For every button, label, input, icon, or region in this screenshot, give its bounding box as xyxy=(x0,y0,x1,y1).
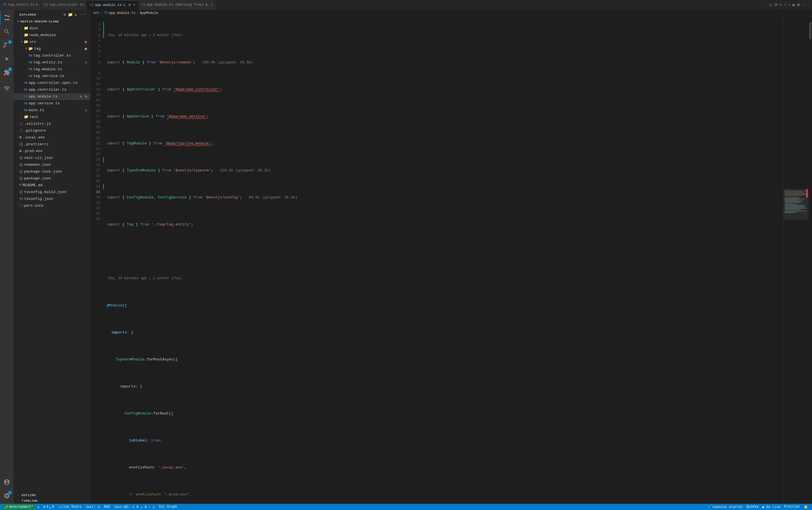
status-jest[interactable]: Jest: ⊘ xyxy=(84,504,101,510)
sidebar-item-tag-controller[interactable]: TS tag.controller.ts xyxy=(13,52,90,59)
sidebar-item-yarn-lock[interactable]: ⬡ yarn.lock xyxy=(13,202,90,209)
sidebar-item-prettierrc[interactable]: {} .prettierrc xyxy=(13,141,90,148)
project-name: NESTJS-MEDIUM-CLONE xyxy=(21,19,59,25)
tab-badge: 3, M xyxy=(123,3,130,7)
ts-icon: TS xyxy=(44,3,48,6)
status-liveshare[interactable]: ↗ Live Share xyxy=(57,504,83,510)
breadcrumb-file[interactable]: app.module.ts xyxy=(109,11,136,15)
status-notifications[interactable]: 🔔 xyxy=(802,504,810,510)
svg-rect-28 xyxy=(806,189,808,198)
notifications-icon: 🔔 xyxy=(804,505,808,509)
liveshare-icon: ↗ xyxy=(58,505,60,509)
sidebar-item-node-modules[interactable]: › 📁 node_modules xyxy=(13,32,90,39)
close-icon[interactable]: × xyxy=(133,3,135,7)
tab-app-module[interactable]: TS app.module.ts 3, M × xyxy=(87,0,139,10)
json-icon: {} xyxy=(19,175,23,182)
yarn-icon: ⬡ xyxy=(19,203,23,209)
tab-app-module-working[interactable]: TS app.module.ts (Working Tree) 3, | xyxy=(139,0,216,10)
revert-icon[interactable]: ↩ xyxy=(779,2,782,8)
sidebar-item-nest-cli[interactable]: {} nest-cli.json xyxy=(13,154,90,162)
status-go-live[interactable]: ◉ Go Live xyxy=(760,504,782,510)
code-editor[interactable]: 1 2 3 4 5 6 7 8 9 10 11 12 13 14 15 16 xyxy=(90,17,812,504)
play-icon[interactable]: ▶ xyxy=(793,2,795,8)
ts-icon: TS xyxy=(104,11,108,15)
sidebar-item-main[interactable]: TS main.ts 1 xyxy=(13,107,90,114)
split-editor-icon[interactable]: ⊞ xyxy=(797,2,800,8)
activity-source-control[interactable]: 2 xyxy=(0,38,13,52)
sidebar-item-app-controller-spec[interactable]: TS app.controller.spec.ts xyxy=(13,80,90,86)
nav-prev-icon[interactable]: ‹ xyxy=(784,2,787,7)
sidebar-item-tag-service[interactable]: TS tag.service.ts xyxy=(13,73,90,80)
scrollbar-track[interactable] xyxy=(809,17,812,504)
activity-accounts[interactable] xyxy=(0,475,13,489)
new-folder-icon[interactable]: 📁 xyxy=(68,12,73,17)
status-prettier[interactable]: Prettier xyxy=(782,504,802,510)
prettierrc-icon: {} xyxy=(19,141,23,147)
run-debug-icon xyxy=(3,55,10,62)
sidebar-item-app-module[interactable]: TS app.module.ts 3, M xyxy=(13,93,90,100)
line-number-4: 4 xyxy=(90,38,103,44)
activity-bar-bottom: 1 xyxy=(0,475,13,504)
status-jest-ws[interactable]: Jest-WS: ⊘ 0 ⚠ 0 ↑ 1 xyxy=(112,504,156,510)
sidebar-item-tag[interactable]: ▼ 📂 tag xyxy=(13,46,90,52)
tab-tag-entity[interactable]: TS tag.entity.ts U xyxy=(0,0,41,10)
sidebar-item-app-controller[interactable]: TS app.controller.ts xyxy=(13,86,90,93)
blame-header-1 xyxy=(90,17,103,22)
more-icon[interactable]: ··· xyxy=(79,12,87,17)
status-errors[interactable]: ⊗ 4 △ 0 xyxy=(42,504,56,510)
editor-toolbar: ▷ ⟳ ↩ ‹ › ▶ ⊞ ··· xyxy=(770,2,812,8)
sidebar-item-tsconfig-build[interactable]: {} tsconfig.build.json xyxy=(13,189,90,196)
sidebar-item-src[interactable]: ▼ 📂 src xyxy=(13,39,90,46)
sidebar-item-package-lock[interactable]: {} package-lock.json xyxy=(13,168,90,175)
prettier-label: Prettier xyxy=(784,505,800,509)
refresh-icon[interactable]: ↻ xyxy=(75,12,77,17)
sidebar-item-dist[interactable]: › 📁 dist xyxy=(13,25,90,32)
timeline-section[interactable]: › TIMELINE xyxy=(13,498,90,504)
sidebar-item-readme[interactable]: M README.md xyxy=(13,182,90,189)
sidebar-header-icons: ⊕ 📁 ↻ ··· xyxy=(64,12,87,17)
outline-section[interactable]: › OUTLINE xyxy=(13,492,90,498)
sidebar-item-nodemon[interactable]: {} nodemon.json xyxy=(13,162,90,168)
line-number-3: 3 xyxy=(90,33,103,38)
status-remote[interactable]: ⎇ development* xyxy=(2,504,35,510)
activity-search[interactable] xyxy=(0,25,13,38)
breadcrumb-symbol[interactable]: AppModule xyxy=(140,11,158,15)
activity-remote[interactable] xyxy=(0,82,13,95)
activity-extensions[interactable]: 2 xyxy=(0,66,13,79)
sidebar-item-tag-entity[interactable]: TS tag.entity.ts U xyxy=(13,59,90,66)
ts-icon: TS xyxy=(28,66,32,73)
sidebar-item-eslintrc[interactable]: {} .eslintrc.js xyxy=(13,120,90,128)
settings-badge: 1 xyxy=(8,491,12,494)
status-sync[interactable]: ↻ xyxy=(35,504,41,510)
tab-tag-controller[interactable]: TS tag.controller.ts xyxy=(41,0,87,10)
sidebar-item-test[interactable]: › 📁 test xyxy=(13,114,90,120)
breadcrumb-src[interactable]: src xyxy=(93,11,99,15)
minimap xyxy=(783,17,809,504)
code-line-15: envFilePath: '.local.env', xyxy=(107,465,780,470)
activity-settings[interactable]: 1 xyxy=(0,489,13,503)
folder-label: dist xyxy=(30,25,90,32)
sidebar-item-gitignore[interactable]: ⬡ .gitignore xyxy=(13,128,90,134)
nav-next-icon[interactable]: › xyxy=(788,2,791,7)
sidebar-item-package[interactable]: {} package.json xyxy=(13,175,90,182)
new-file-icon[interactable]: ⊕ xyxy=(64,12,66,17)
sidebar-item-app-service[interactable]: TS app.service.ts xyxy=(13,100,90,107)
status-quokka[interactable]: Quokka xyxy=(745,504,760,510)
status-aws[interactable]: AWS xyxy=(102,504,112,510)
sidebar-item-tsconfig[interactable]: TS tsconfig.json xyxy=(13,196,90,202)
more-actions-icon[interactable]: ··· xyxy=(802,2,810,7)
code-content[interactable]: You, 15 minutes ago | 1 author (You) imp… xyxy=(104,17,783,504)
sidebar-item-local-env[interactable]: ⚙ .local.env xyxy=(13,134,90,141)
status-git-graph[interactable]: Git Graph xyxy=(157,504,179,510)
project-root[interactable]: ▼ NESTJS-MEDIUM-CLONE xyxy=(13,18,90,25)
scrollbar-thumb[interactable] xyxy=(809,22,811,39)
status-tabnine[interactable]: ✓ tabnine starter xyxy=(706,504,745,510)
activity-run[interactable] xyxy=(0,52,13,66)
sidebar-item-tag-module[interactable]: TS tag.module.ts xyxy=(13,66,90,73)
sidebar-item-prod-env[interactable]: ⚙ .prod.env xyxy=(13,148,90,154)
activity-explorer[interactable] xyxy=(0,11,13,25)
status-right: ✓ tabnine starter Quokka ◉ Go Live Prett… xyxy=(706,504,810,510)
run-icon[interactable]: ▷ xyxy=(770,2,772,8)
watch-icon[interactable]: ⟳ xyxy=(774,2,778,8)
line-number-22: 22 xyxy=(90,141,103,146)
